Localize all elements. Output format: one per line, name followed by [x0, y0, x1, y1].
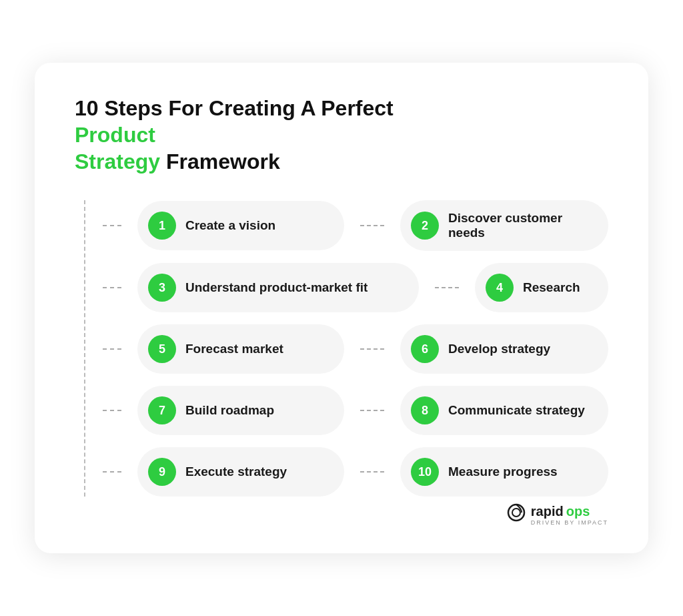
- steps-row-2: 3 Understand product-market fit 4 Resear…: [103, 263, 608, 312]
- step-card-2: 2 Discover customer needs: [400, 200, 608, 251]
- h-connector-1: [103, 225, 121, 226]
- steps-grid: 1 Create a vision 2 Discover customer ne…: [103, 200, 608, 497]
- content-section: 1 Create a vision 2 Discover customer ne…: [75, 200, 608, 497]
- step-card-5: 5 Forecast market: [137, 324, 344, 374]
- steps-row-5: 9 Execute strategy 10 Measure progress: [103, 447, 608, 497]
- svg-point-1: [512, 509, 520, 517]
- step-label-6: Develop strategy: [448, 342, 550, 356]
- h-dash-1-2: [360, 225, 384, 226]
- step-number-2: 2: [411, 212, 439, 240]
- step-number-8: 8: [411, 396, 439, 424]
- steps-row-3: 5 Forecast market 6 Develop strategy: [103, 324, 608, 374]
- step-number-6: 6: [411, 335, 439, 363]
- step-label-4: Research: [523, 280, 580, 295]
- main-card: 10 Steps For Creating A Perfect ProductS…: [35, 63, 648, 553]
- step-card-4: 4 Research: [475, 263, 608, 312]
- logo-brand: rapid: [531, 504, 564, 519]
- step-card-8: 8 Communicate strategy: [400, 386, 608, 435]
- step-label-10: Measure progress: [448, 465, 558, 479]
- h-connector-5: [103, 471, 121, 473]
- logo-row: rapidops: [531, 504, 590, 519]
- step-label-3: Understand product-market fit: [185, 280, 368, 295]
- vertical-line-segment: [84, 200, 85, 497]
- logo-brand-highlight: ops: [566, 504, 590, 519]
- logo-group: rapidops DRIVEN BY IMPACT: [531, 504, 608, 526]
- h-connector-4: [103, 410, 121, 411]
- step-number-9: 9: [148, 458, 176, 486]
- h-dash-7-8: [360, 410, 384, 411]
- step-number-5: 5: [148, 335, 176, 363]
- step-label-8: Communicate strategy: [448, 403, 585, 418]
- h-connector-3: [103, 348, 121, 350]
- step-card-1: 1 Create a vision: [137, 201, 344, 250]
- step-number-10: 10: [411, 458, 439, 486]
- steps-row-4: 7 Build roadmap 8 Communicate strategy: [103, 386, 608, 435]
- step-number-3: 3: [148, 274, 176, 302]
- step-number-7: 7: [148, 396, 176, 424]
- vertical-line: [75, 200, 95, 497]
- logo-icon: [507, 503, 526, 527]
- logo-tagline: DRIVEN BY IMPACT: [531, 519, 608, 526]
- step-card-6: 6 Develop strategy: [400, 324, 608, 374]
- step-card-9: 9 Execute strategy: [137, 447, 344, 497]
- steps-row-1: 1 Create a vision 2 Discover customer ne…: [103, 200, 608, 251]
- step-card-7: 7 Build roadmap: [137, 386, 344, 435]
- main-title: 10 Steps For Creating A Perfect ProductS…: [75, 95, 475, 175]
- h-dash-5-6: [360, 348, 384, 350]
- step-label-5: Forecast market: [185, 342, 283, 356]
- step-label-7: Build roadmap: [185, 403, 274, 418]
- step-label-1: Create a vision: [185, 218, 275, 233]
- step-card-3: 3 Understand product-market fit: [137, 263, 419, 312]
- step-label-9: Execute strategy: [185, 465, 287, 479]
- h-dash-9-10: [360, 471, 384, 473]
- h-connector-2: [103, 287, 121, 288]
- logo-area: rapidops DRIVEN BY IMPACT: [75, 503, 608, 527]
- step-label-2: Discover customer needs: [448, 211, 590, 240]
- h-dash-3-4: [435, 287, 459, 288]
- step-number-4: 4: [486, 274, 514, 302]
- step-card-10: 10 Measure progress: [400, 447, 608, 497]
- step-number-1: 1: [148, 212, 176, 240]
